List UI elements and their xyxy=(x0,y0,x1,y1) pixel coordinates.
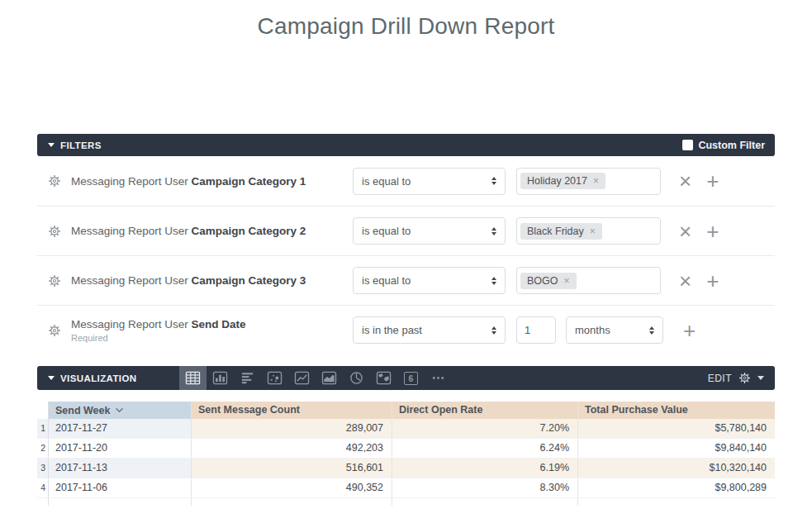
direct-open-rate-cell: 8.30% xyxy=(392,478,578,497)
filters-collapse-toggle[interactable]: FILTERS xyxy=(37,140,102,150)
operator-value: is equal to xyxy=(362,225,411,237)
gear-icon xyxy=(738,372,751,384)
filter-field-label: Messaging Report User Campaign Category … xyxy=(71,225,353,237)
filter-gear-button[interactable] xyxy=(48,174,64,188)
filter-prefix-text: Messaging Report User xyxy=(71,175,188,188)
filter-chip: Black Friday × xyxy=(520,223,602,240)
updown-arrows-icon xyxy=(491,326,496,335)
collapse-triangle-icon xyxy=(48,376,55,380)
filter-gear-button[interactable] xyxy=(48,324,64,337)
page-title: Campaign Drill Down Report xyxy=(0,13,812,40)
sent-message-count-cell: 490,352 xyxy=(192,478,392,497)
filter-field-name: Send Date xyxy=(192,318,246,330)
interval-unit-dropdown[interactable]: months xyxy=(566,316,663,344)
area-chart-viz-icon[interactable] xyxy=(316,366,343,390)
map-viz-icon[interactable] xyxy=(370,366,397,390)
column-chart-viz-icon[interactable] xyxy=(207,366,234,390)
operator-dropdown[interactable]: is in the past xyxy=(353,316,506,344)
pie-chart-viz-icon[interactable] xyxy=(343,366,370,390)
results-table: Send Week Sent Message Count Direct Open… xyxy=(37,402,775,506)
scatter-plot-viz-icon[interactable] xyxy=(261,366,288,390)
add-filter-button[interactable]: + xyxy=(706,170,719,192)
remove-filter-button[interactable]: × xyxy=(679,221,691,242)
filter-chip: Holiday 2017 × xyxy=(520,173,605,189)
filter-field-label: Messaging Report User Campaign Category … xyxy=(71,175,353,188)
add-filter-button[interactable]: + xyxy=(706,221,719,242)
table-row: 4 2017-11-06 490,352 8.30% $9,800,289 xyxy=(37,478,775,498)
table-row: 2 2017-11-20 492,203 6.24% $9,840,140 xyxy=(37,439,775,459)
viz-type-picker: 6 xyxy=(179,366,452,390)
chip-label: Holiday 2017 xyxy=(527,175,587,187)
unit-value: months xyxy=(575,324,610,336)
filter-field-label: Messaging Report User Campaign Category … xyxy=(71,274,353,287)
filter-gear-button[interactable] xyxy=(48,274,64,288)
chip-remove-icon[interactable]: × xyxy=(593,176,599,186)
row-number: 2 xyxy=(37,439,49,458)
filters-section: FILTERS Custom Filter Messaging Report U… xyxy=(37,134,775,354)
add-filter-button[interactable]: + xyxy=(683,320,696,341)
single-value-glyph: 6 xyxy=(404,372,418,385)
operator-dropdown[interactable]: is equal to xyxy=(353,168,506,195)
table-viz-icon[interactable] xyxy=(179,366,207,390)
filter-value-input[interactable]: Black Friday × xyxy=(516,217,661,245)
operator-dropdown[interactable]: is equal to xyxy=(353,267,506,294)
send-week-cell: 2017-11-20 xyxy=(49,439,192,458)
visualization-header-label: VISUALIZATION xyxy=(60,373,137,383)
custom-filter-toggle[interactable]: Custom Filter xyxy=(682,140,775,151)
add-filter-button[interactable]: + xyxy=(706,270,719,292)
filter-prefix-text: Messaging Report User xyxy=(71,318,188,330)
filters-header-bar: FILTERS Custom Filter xyxy=(37,134,775,156)
sent-message-count-cell: 289,007 xyxy=(192,419,392,438)
visualization-header-bar: VISUALIZATION xyxy=(37,366,775,390)
operator-value: is equal to xyxy=(362,175,411,188)
column-header-direct-open-rate[interactable]: Direct Open Rate xyxy=(392,402,578,419)
line-chart-viz-icon[interactable] xyxy=(288,366,316,390)
interval-value-input[interactable] xyxy=(516,316,556,344)
filter-row-campaign-category-3: Messaging Report User Campaign Category … xyxy=(37,255,775,305)
chip-remove-icon[interactable]: × xyxy=(564,276,570,286)
send-week-cell: 2017-11-13 xyxy=(49,459,192,478)
direct-open-rate-cell: 6.24% xyxy=(392,439,578,458)
operator-value: is equal to xyxy=(362,274,411,287)
total-purchase-value-cell: $5,780,140 xyxy=(578,419,775,438)
total-purchase-value-cell: $9,800,289 xyxy=(578,478,775,497)
row-number-header xyxy=(37,402,49,419)
sent-message-count-cell: 492,203 xyxy=(192,439,392,458)
column-header-label: Send Week xyxy=(55,402,110,419)
total-purchase-value-cell xyxy=(578,498,775,506)
column-header-total-purchase-value[interactable]: Total Purchase Value xyxy=(578,402,775,419)
operator-value: is in the past xyxy=(362,324,422,336)
filter-value-input[interactable]: Holiday 2017 × xyxy=(516,168,661,195)
visualization-collapse-toggle[interactable]: VISUALIZATION xyxy=(37,373,179,383)
more-options-icon[interactable] xyxy=(425,366,452,390)
direct-open-rate-cell: 7.20% xyxy=(392,419,578,438)
table-row: 1 2017-11-27 289,007 7.20% $5,780,140 xyxy=(37,419,775,439)
filters-header-label: FILTERS xyxy=(60,140,102,150)
send-week-cell: 2017-11-06 xyxy=(49,478,192,497)
edit-visualization-button[interactable]: EDIT xyxy=(708,372,775,384)
filter-value-input[interactable]: BOGO × xyxy=(516,267,661,294)
filter-gear-button[interactable] xyxy=(48,225,64,238)
remove-filter-button[interactable]: × xyxy=(679,270,691,292)
operator-dropdown[interactable]: is equal to xyxy=(353,217,506,245)
filter-row-campaign-category-1: Messaging Report User Campaign Category … xyxy=(37,156,775,206)
direct-open-rate-cell xyxy=(392,498,578,506)
bar-chart-viz-icon[interactable] xyxy=(234,366,261,390)
row-number: 3 xyxy=(37,459,49,478)
row-number: 1 xyxy=(37,419,49,438)
filter-chip: BOGO × xyxy=(520,273,577,289)
chip-label: BOGO xyxy=(527,275,558,287)
updown-arrows-icon xyxy=(491,177,496,185)
column-header-sent-message-count[interactable]: Sent Message Count xyxy=(192,402,392,419)
chip-remove-icon[interactable]: × xyxy=(590,226,596,236)
custom-filter-checkbox[interactable] xyxy=(682,140,693,150)
send-week-cell xyxy=(49,498,192,506)
table-row: 3 2017-11-13 516,601 6.19% $10,320,140 xyxy=(37,459,775,478)
single-value-viz-icon[interactable]: 6 xyxy=(397,366,425,390)
row-number xyxy=(37,498,49,506)
send-week-cell: 2017-11-27 xyxy=(49,419,192,438)
table-header-row: Send Week Sent Message Count Direct Open… xyxy=(37,402,775,419)
chip-label: Black Friday xyxy=(527,226,584,237)
remove-filter-button[interactable]: × xyxy=(679,170,691,192)
column-header-send-week[interactable]: Send Week xyxy=(49,402,192,419)
